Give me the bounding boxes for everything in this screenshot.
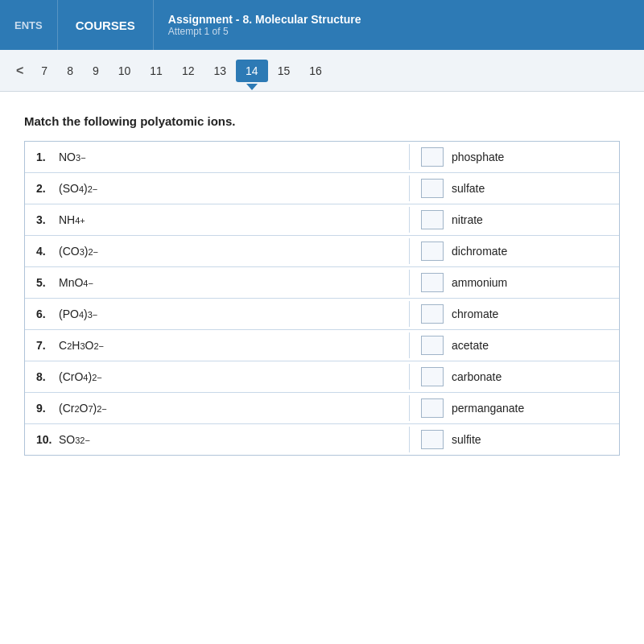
main-content: Match the following polyatomic ions. 1. … — [0, 92, 644, 472]
answer-box-2[interactable] — [421, 179, 444, 198]
left-item-2: 2. (SO4)2− — [25, 175, 410, 201]
answer-box-5[interactable] — [421, 273, 444, 292]
question-nav-16[interactable]: 16 — [299, 60, 332, 82]
right-item-8: carbonate — [410, 361, 619, 392]
courses-label: COURSES — [76, 19, 135, 32]
right-item-9: permanganate — [410, 393, 619, 423]
question-nav-12[interactable]: 12 — [172, 60, 204, 82]
table-row: 6. (PO4)3− chromate — [25, 299, 619, 330]
question-nav-15[interactable]: 15 — [268, 60, 300, 82]
question-nav-7[interactable]: 7 — [31, 60, 57, 82]
prev-question-button[interactable]: < — [8, 59, 31, 83]
answer-box-8[interactable] — [421, 367, 444, 386]
right-item-3: nitrate — [410, 204, 619, 235]
left-item-3: 3. NH4+ — [25, 207, 410, 233]
nav-ents[interactable]: ENTS — [0, 0, 58, 50]
right-item-6: chromate — [410, 299, 619, 329]
table-row: 1. NO3− phosphate — [25, 142, 619, 173]
question-nav-10[interactable]: 10 — [109, 60, 141, 82]
left-item-10: 10. SO32− — [25, 427, 410, 452]
answer-box-4[interactable] — [421, 242, 444, 261]
question-nav-8[interactable]: 8 — [57, 60, 83, 82]
table-row: 2. (SO4)2− sulfate — [25, 173, 619, 204]
right-item-4: dichromate — [410, 236, 619, 266]
match-table: 1. NO3− phosphate 2. (SO4)2− sulfate 3. — [24, 141, 620, 456]
answer-box-9[interactable] — [421, 398, 444, 418]
attempt-label: Attempt 1 of 5 — [168, 26, 361, 37]
answer-box-6[interactable] — [421, 304, 444, 324]
right-item-1: phosphate — [410, 142, 619, 172]
nav-courses[interactable]: COURSES — [58, 0, 154, 50]
answer-box-3[interactable] — [421, 210, 444, 229]
answer-box-1[interactable] — [421, 147, 444, 167]
table-row: 3. NH4+ nitrate — [25, 204, 619, 236]
table-row: 5. MnO4− ammonium — [25, 267, 619, 299]
right-item-2: sulfate — [410, 173, 619, 204]
left-item-9: 9. (Cr2O7)2− — [25, 395, 410, 421]
question-navigation: < 7 8 9 10 11 12 13 14 15 16 — [0, 50, 644, 92]
right-item-7: acetate — [410, 330, 619, 361]
left-item-5: 5. MnO4− — [25, 270, 410, 295]
ents-label: ENTS — [14, 19, 43, 31]
left-item-7: 7. C2H3O2− — [25, 332, 410, 358]
table-row: 9. (Cr2O7)2− permanganate — [25, 393, 619, 424]
question-instruction: Match the following polyatomic ions. — [24, 114, 620, 128]
left-item-8: 8. (CrO4)2− — [25, 364, 410, 390]
left-item-6: 6. (PO4)3− — [25, 301, 410, 327]
table-row: 10. SO32− sulfite — [25, 424, 619, 455]
question-nav-9[interactable]: 9 — [83, 60, 109, 82]
question-nav-11[interactable]: 11 — [140, 60, 172, 82]
table-row: 8. (CrO4)2− carbonate — [25, 361, 619, 393]
question-nav-13[interactable]: 13 — [204, 60, 236, 82]
top-navigation: ENTS COURSES Assignment - 8. Molecular S… — [0, 0, 644, 50]
right-item-10: sulfite — [410, 424, 619, 455]
left-item-4: 4. (CO3)2− — [25, 238, 410, 264]
right-item-5: ammonium — [410, 267, 619, 298]
assignment-title: Assignment - 8. Molecular Structure — [168, 13, 361, 26]
question-nav-14[interactable]: 14 — [236, 60, 268, 82]
answer-box-10[interactable] — [421, 430, 444, 449]
answer-box-7[interactable] — [421, 336, 444, 355]
left-item-1: 1. NO3− — [25, 144, 410, 170]
table-row: 7. C2H3O2− acetate — [25, 330, 619, 361]
nav-assignment-info: Assignment - 8. Molecular Structure Atte… — [154, 0, 376, 50]
table-row: 4. (CO3)2− dichromate — [25, 236, 619, 267]
